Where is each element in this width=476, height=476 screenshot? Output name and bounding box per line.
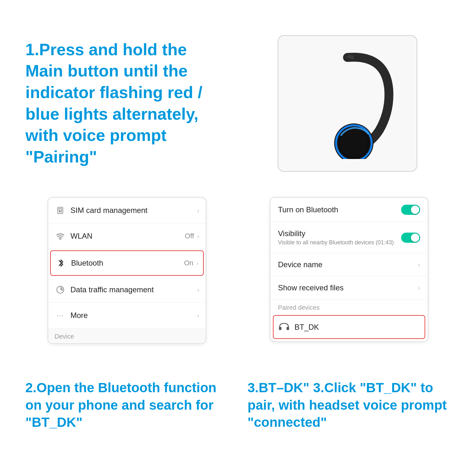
device-name-chevron: ›	[418, 261, 420, 268]
sim-chevron: ›	[197, 207, 199, 214]
data-icon	[55, 284, 66, 295]
bt-paired-device[interactable]: BT_DK	[273, 315, 425, 339]
wlan-value: Off	[185, 232, 194, 240]
bluetooth-panel-section: Turn on Bluetooth Visibility Visible to …	[238, 188, 457, 373]
bluetooth-value: On	[184, 259, 193, 267]
bluetooth-label: Bluetooth	[71, 259, 184, 268]
data-chevron: ›	[197, 286, 199, 294]
headphone-box	[278, 35, 417, 172]
bt-item-visibility[interactable]: Visibility Visible to all nearby Bluetoo…	[270, 222, 428, 253]
more-label: More	[70, 311, 197, 320]
more-icon: ···	[55, 310, 66, 321]
paired-devices-label: Paired devices	[270, 300, 428, 314]
step2-section: 2.Open the Bluetooth function on your ph…	[19, 373, 238, 463]
step1-text: 1.Press and hold the Main button until t…	[25, 39, 225, 168]
wlan-chevron: ›	[197, 233, 199, 240]
more-chevron: ›	[197, 312, 199, 319]
bt-visibility-content: Visibility Visible to all nearby Bluetoo…	[278, 229, 401, 246]
bt-received-files-label: Show received files	[278, 283, 415, 292]
step1-section: 1.Press and hold the Main button until t…	[19, 19, 238, 188]
settings-item-wlan[interactable]: WLAN Off ›	[48, 223, 206, 249]
sim-label: SIM card management	[70, 206, 197, 215]
toggle-knob-2	[411, 234, 419, 242]
wifi-icon	[55, 230, 66, 242]
settings-item-data[interactable]: Data traffic management ›	[48, 277, 206, 303]
bt-visibility-toggle[interactable]	[401, 233, 420, 243]
settings-item-more[interactable]: ··· More ›	[48, 303, 206, 328]
paired-device-name: BT_DK	[294, 323, 319, 332]
step3-section: 3.BT–DK" 3.Click "BT_DK" to pair, with h…	[238, 373, 457, 463]
bt-device-name-label: Device name	[278, 260, 415, 269]
settings-item-sim[interactable]: SIM card management ›	[48, 198, 206, 223]
bluetooth-box: Turn on Bluetooth Visibility Visible to …	[270, 197, 428, 342]
bluetooth-chevron: ›	[196, 260, 199, 267]
settings-footer: Device	[48, 328, 206, 343]
svg-rect-11	[279, 327, 281, 330]
settings-panel-section: SIM card management › WLAN Off › Bluetoo…	[19, 188, 238, 373]
bt-item-device-name[interactable]: Device name ›	[270, 253, 428, 276]
svg-rect-8	[61, 211, 62, 212]
data-label: Data traffic management	[70, 285, 197, 294]
svg-rect-12	[287, 327, 289, 330]
bt-turn-on-toggle[interactable]	[401, 205, 420, 215]
settings-box: SIM card management › WLAN Off › Bluetoo…	[48, 197, 206, 344]
settings-item-bluetooth[interactable]: Bluetooth On ›	[50, 250, 204, 276]
svg-point-9	[60, 239, 61, 240]
wlan-label: WLAN	[70, 232, 185, 241]
bt-visibility-subtitle: Visible to all nearby Bluetooth devices …	[278, 239, 401, 246]
sim-icon	[55, 205, 66, 216]
bt-item-received-files[interactable]: Show received files ›	[270, 276, 428, 300]
step3-text: 3.BT–DK" 3.Click "BT_DK" to pair, with h…	[248, 379, 451, 431]
headphone-image-section	[238, 19, 457, 188]
bluetooth-icon	[55, 257, 67, 269]
bt-turn-on-label: Turn on Bluetooth	[278, 205, 401, 214]
bt-received-files-content: Show received files	[278, 283, 415, 292]
bt-visibility-label: Visibility	[278, 229, 401, 238]
svg-point-4	[340, 129, 368, 157]
svg-rect-7	[59, 211, 60, 212]
svg-rect-6	[59, 208, 62, 210]
bt-turn-on-content: Turn on Bluetooth	[278, 205, 401, 214]
paired-device-icon	[279, 321, 289, 333]
received-files-chevron: ›	[418, 284, 420, 292]
headphone-svg	[297, 48, 398, 159]
toggle-knob-1	[411, 206, 419, 214]
bt-device-name-content: Device name	[278, 260, 415, 269]
step2-text: 2.Open the Bluetooth function on your ph…	[25, 379, 225, 431]
bt-item-turn-on[interactable]: Turn on Bluetooth	[270, 198, 428, 222]
